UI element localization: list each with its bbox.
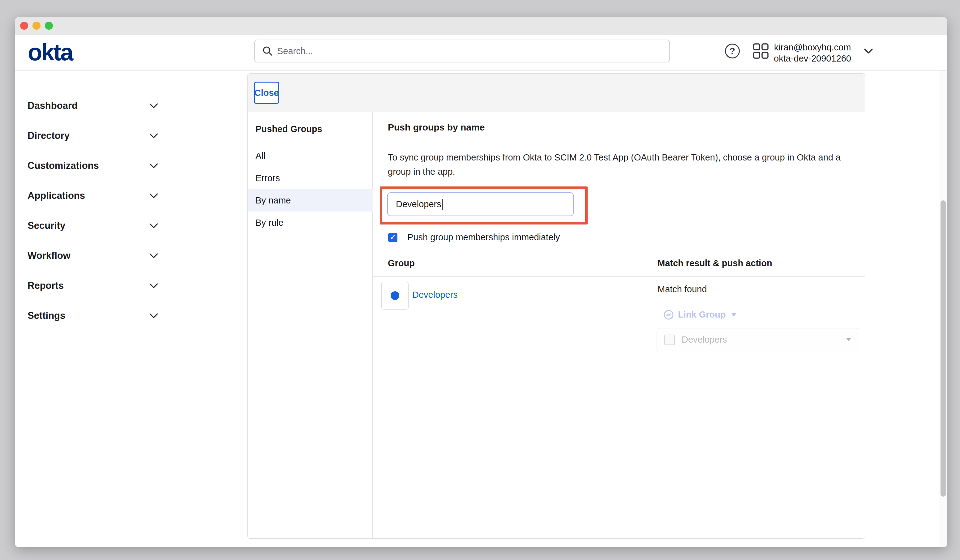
nav-item-by-rule[interactable]: By rule xyxy=(248,211,373,234)
desktop-background: okta Search... ? kiran@boxyhq.com okta-d xyxy=(0,0,960,560)
link-group-caret-icon xyxy=(731,312,737,317)
scrollbar-thumb[interactable] xyxy=(941,200,946,497)
nav-item-by-name[interactable]: By name xyxy=(248,189,373,211)
group-link[interactable]: Developers xyxy=(412,290,458,300)
group-name-input[interactable]: Developers xyxy=(387,192,574,216)
minimize-window-icon[interactable] xyxy=(32,22,40,30)
nav-item-all[interactable]: All xyxy=(248,145,373,167)
pushed-groups-title: Pushed Groups xyxy=(256,124,322,134)
dialog-header: Close xyxy=(248,74,865,112)
account-email: kiran@boxyhq.com xyxy=(771,42,854,53)
link-group-label: Link Group xyxy=(678,310,726,320)
sidebar-item-customizations[interactable]: Customizations xyxy=(15,155,172,177)
pushed-groups-nav: Pushed Groups All Errors By name By rule xyxy=(248,112,373,539)
nav-item-errors[interactable]: Errors xyxy=(248,167,373,189)
link-icon xyxy=(664,310,674,320)
push-groups-dialog: Close Pushed Groups All Errors By name B… xyxy=(247,73,865,539)
sidebar-item-workflow[interactable]: Workflow xyxy=(15,245,172,267)
search-placeholder: Search... xyxy=(277,46,313,56)
apps-grid-icon[interactable] xyxy=(753,43,769,59)
okta-logo[interactable]: okta xyxy=(28,40,72,64)
app-header: okta Search... ? kiran@boxyhq.com okta-d xyxy=(15,35,947,70)
search-input[interactable]: Search... xyxy=(254,40,670,62)
text-cursor xyxy=(442,199,443,210)
panel-description-line1: To sync group memberships from Okta to S… xyxy=(388,152,841,163)
group-avatar xyxy=(381,282,408,310)
sidebar-item-directory[interactable]: Directory xyxy=(15,125,172,147)
panel-description-line2: group in the app. xyxy=(388,167,455,177)
column-header-match: Match result & push action xyxy=(658,258,772,269)
account-chevron-down-icon[interactable] xyxy=(863,47,874,55)
sidebar-item-security[interactable]: Security xyxy=(15,214,172,237)
account-menu[interactable]: kiran@boxyhq.com okta-dev-20901260 xyxy=(771,42,854,64)
target-group-icon xyxy=(664,334,675,345)
group-ring-icon xyxy=(390,291,399,300)
dropdown-caret-icon xyxy=(846,338,851,342)
match-result-text: Match found xyxy=(658,284,707,294)
table-top-divider xyxy=(373,254,865,254)
column-header-group: Group xyxy=(388,258,415,269)
zoom-window-icon[interactable] xyxy=(45,22,53,30)
target-group-dropdown-disabled[interactable]: Developers xyxy=(657,328,859,351)
push-immediately-label: Push group memberships immediately xyxy=(407,232,560,242)
link-group-button-disabled[interactable]: Link Group xyxy=(664,310,737,320)
close-window-icon[interactable] xyxy=(20,22,28,30)
scrollbar-track[interactable] xyxy=(939,70,947,547)
sidebar-item-reports[interactable]: Reports xyxy=(15,275,172,297)
account-org: okta-dev-20901260 xyxy=(771,53,854,64)
browser-window: okta Search... ? kiran@boxyhq.com okta-d xyxy=(15,17,947,547)
push-immediately-checkbox[interactable]: ✓ xyxy=(388,233,397,242)
sidebar-nav: Dashboard Directory Customizations Appli… xyxy=(15,70,172,547)
sidebar-item-settings[interactable]: Settings xyxy=(15,305,172,327)
help-icon[interactable]: ? xyxy=(725,43,740,58)
window-titlebar xyxy=(15,17,947,35)
push-by-name-panel: Push groups by name To sync group member… xyxy=(373,112,865,539)
panel-title: Push groups by name xyxy=(388,122,485,133)
target-group-value: Developers xyxy=(682,334,846,345)
search-icon xyxy=(262,46,273,56)
sidebar-item-dashboard[interactable]: Dashboard xyxy=(15,94,172,117)
group-name-value: Developers xyxy=(396,199,442,210)
close-button[interactable]: Close xyxy=(254,82,279,104)
sidebar-item-applications[interactable]: Applications xyxy=(15,185,172,207)
